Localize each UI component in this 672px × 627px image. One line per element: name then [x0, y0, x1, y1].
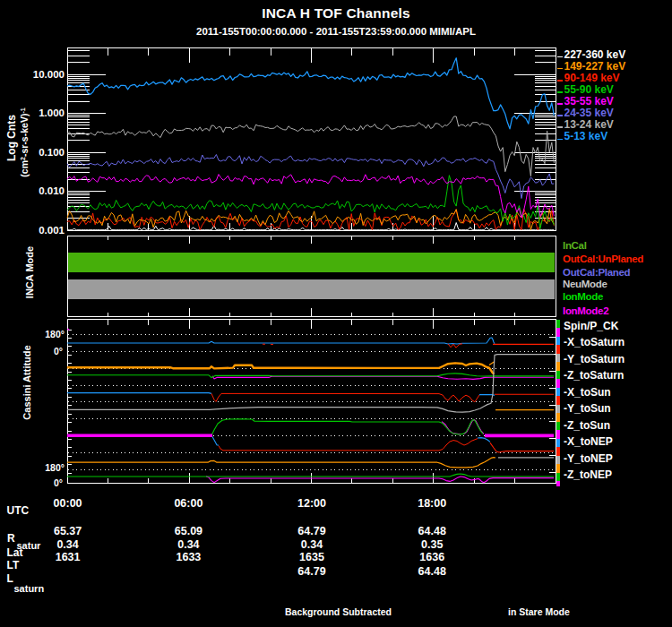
svg-text:R: R [7, 532, 15, 545]
svg-text:64.79: 64.79 [297, 565, 325, 578]
svg-text:5-13 keV: 5-13 keV [564, 130, 608, 142]
svg-text:00:00: 00:00 [54, 497, 82, 510]
svg-text:10.000: 10.000 [33, 69, 65, 80]
svg-text:1631: 1631 [56, 551, 81, 563]
svg-text:13-24 keV: 13-24 keV [564, 118, 614, 131]
svg-text:UTC: UTC [7, 504, 30, 517]
svg-text:0.34: 0.34 [56, 538, 78, 551]
svg-text:180°: 180° [45, 462, 65, 473]
svg-text:Cassini Attitude: Cassini Attitude [22, 345, 32, 419]
svg-text:(cm2-sr-s-keV)-1: (cm2-sr-s-keV)-1 [19, 107, 30, 176]
svg-text:-Z_toNEP: -Z_toNEP [564, 468, 612, 481]
svg-text:INCA Mode: INCA Mode [24, 246, 35, 298]
svg-text:LT: LT [7, 559, 20, 571]
svg-text:0.34: 0.34 [177, 538, 199, 551]
svg-text:35-55 keV: 35-55 keV [564, 95, 614, 107]
svg-text:12:00: 12:00 [297, 497, 326, 510]
svg-text:0.001: 0.001 [39, 225, 65, 236]
svg-text:180°: 180° [45, 329, 65, 339]
svg-text:06:00: 06:00 [174, 497, 202, 510]
svg-text:0.34: 0.34 [301, 538, 323, 551]
svg-text:55-90 keV: 55-90 keV [564, 83, 614, 96]
svg-text:0°: 0° [54, 477, 63, 488]
svg-text:64.79: 64.79 [297, 525, 325, 537]
svg-text:-Y_toSun: -Y_toSun [564, 402, 611, 415]
svg-text:Log Cnts: Log Cnts [5, 115, 18, 161]
svg-text:IonMode2: IonMode2 [563, 305, 608, 316]
svg-text:65.09: 65.09 [175, 525, 202, 537]
svg-text:64.48: 64.48 [418, 565, 446, 578]
svg-text:Lat: Lat [7, 546, 23, 559]
svg-text:1636: 1636 [419, 551, 444, 563]
svg-text:0.100: 0.100 [39, 147, 65, 158]
svg-text:INCA H TOF Channels: INCA H TOF Channels [262, 5, 410, 21]
svg-text:1635: 1635 [299, 551, 324, 563]
svg-text:NeuMode: NeuMode [563, 279, 607, 289]
svg-text:1633: 1633 [176, 551, 201, 563]
svg-text:-X_toNEP: -X_toNEP [564, 435, 613, 448]
svg-text:65.37: 65.37 [54, 525, 82, 537]
svg-text:InCal: InCal [563, 240, 587, 251]
svg-text:-X_toSaturn: -X_toSaturn [564, 336, 625, 348]
svg-text:OutCal:UnPlaned: OutCal:UnPlaned [563, 253, 643, 264]
svg-text:OutCal:Planed: OutCal:Planed [563, 267, 631, 278]
svg-text:64.48: 64.48 [418, 525, 446, 537]
svg-text:in Stare Mode: in Stare Mode [508, 606, 570, 617]
svg-text:24-35 keV: 24-35 keV [564, 107, 614, 119]
svg-text:90-149 keV: 90-149 keV [564, 72, 620, 84]
svg-text:149-227 keV: 149-227 keV [564, 60, 626, 73]
svg-text:-Y_toSaturn: -Y_toSaturn [564, 353, 625, 365]
svg-text:227-360 keV: 227-360 keV [564, 48, 626, 61]
svg-text:Background Subtracted: Background Subtracted [285, 606, 392, 617]
svg-text:saturn: saturn [14, 583, 45, 594]
svg-text:1.000: 1.000 [39, 107, 65, 118]
svg-text:-X_toSun: -X_toSun [564, 386, 611, 399]
svg-text:IonMode: IonMode [563, 291, 603, 302]
svg-text:2011-155T00:00:00.000 - 2011-1: 2011-155T00:00:00.000 - 2011-155T23:59:0… [196, 26, 476, 37]
svg-text:0.35: 0.35 [421, 538, 443, 551]
svg-text:0.010: 0.010 [39, 185, 65, 196]
svg-text:-Z_toSaturn: -Z_toSaturn [564, 369, 624, 382]
svg-text:Spin/P_CK: Spin/P_CK [564, 320, 619, 332]
svg-text:0°: 0° [54, 346, 63, 356]
svg-text:-Z_toSun: -Z_toSun [564, 419, 610, 432]
svg-text:18:00: 18:00 [418, 497, 446, 510]
svg-text:L: L [7, 572, 13, 585]
svg-text:-Y_toNEP: -Y_toNEP [564, 452, 613, 465]
